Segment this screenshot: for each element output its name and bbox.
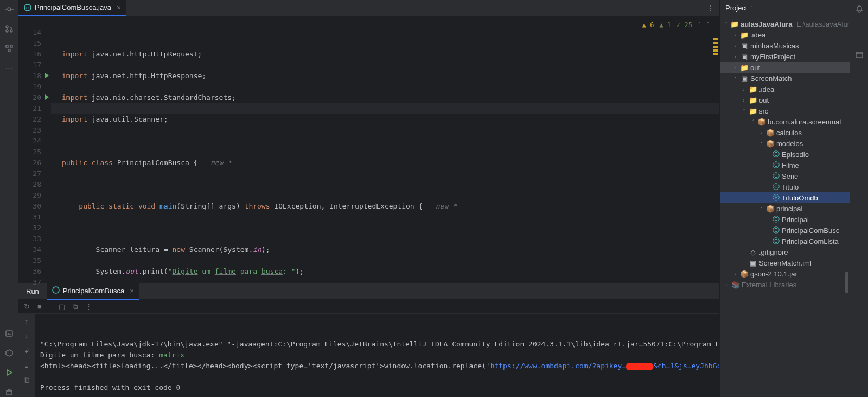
tree-item[interactable]: ›📁.idea bbox=[720, 29, 850, 40]
services-icon[interactable] bbox=[4, 348, 14, 358]
run-panel: Run PrincipalComBusca × ↻ ■ | ▢ ⧉ ⋮ ↑ ↓ … bbox=[18, 283, 719, 397]
project-tool-icon[interactable] bbox=[854, 50, 864, 60]
tree-item[interactable]: ˅📦modelos bbox=[720, 138, 850, 149]
tree-item[interactable]: ˅📁src bbox=[720, 105, 850, 116]
redacted-apikey bbox=[626, 363, 653, 370]
java-class-icon: C bbox=[24, 4, 31, 11]
run-tool-icon[interactable] bbox=[4, 368, 14, 377]
scroll-icon[interactable]: ⤓ bbox=[24, 361, 30, 369]
run-tabbar: Run PrincipalComBusca × bbox=[18, 283, 719, 300]
svg-marker-11 bbox=[7, 370, 12, 375]
editor[interactable]: 14 15 16 17 18 19 20 21 22 23 24 25 26 2… bbox=[18, 16, 719, 283]
project-header[interactable]: Project ˅ bbox=[720, 0, 850, 16]
tab-menu-icon[interactable]: ⋮ bbox=[701, 4, 719, 12]
run-side-toolbar: ↑ ↓ ↲ ⤓ 🗑 bbox=[18, 314, 35, 397]
project-panel: Project ˅ ˅📁aulasJavaAluraE:\aulasJavaAl… bbox=[719, 0, 850, 397]
svg-text:C: C bbox=[26, 5, 29, 10]
tree-item[interactable]: ⒸPrincipalComBusc bbox=[720, 225, 850, 236]
error-stripe[interactable] bbox=[713, 38, 718, 55]
tree-item[interactable]: ▣ScreenMatch.iml bbox=[720, 257, 850, 268]
editor-tab-label: PrincipalComBusca.java bbox=[35, 3, 111, 11]
more-icon[interactable]: ⋯ bbox=[4, 63, 14, 73]
project-tree[interactable]: ˅📁aulasJavaAluraE:\aulasJavaAlur ›📁.idea… bbox=[720, 16, 850, 397]
right-tool-rail bbox=[850, 0, 868, 397]
run-toolwindow-label[interactable]: Run bbox=[18, 287, 47, 295]
structure-icon[interactable] bbox=[4, 43, 14, 53]
svg-point-0 bbox=[8, 8, 11, 11]
tree-item[interactable]: ›▣myFirstProject bbox=[720, 51, 850, 62]
svg-marker-10 bbox=[6, 350, 12, 356]
trash-icon[interactable]: 🗑 bbox=[23, 376, 30, 384]
java-class-icon bbox=[52, 286, 60, 295]
stop-icon[interactable]: ■ bbox=[37, 303, 42, 311]
inspection-summary[interactable]: ▲ 6 ▲ 1 ✓ 25 ˄ ˅ bbox=[642, 20, 710, 30]
pull-request-icon[interactable] bbox=[4, 24, 14, 34]
tree-item[interactable]: ˅📦br.com.alura.screenmat bbox=[720, 116, 850, 127]
editor-tab[interactable]: C PrincipalComBusca.java × bbox=[18, 0, 126, 16]
tree-item[interactable]: ›📦calculos bbox=[720, 127, 850, 138]
svg-point-3 bbox=[6, 26, 8, 28]
notifications-icon[interactable] bbox=[854, 4, 864, 14]
layout-icon[interactable]: ▢ bbox=[59, 303, 65, 311]
editor-tabbar: C PrincipalComBusca.java × ⋮ bbox=[18, 0, 719, 16]
svg-point-4 bbox=[6, 30, 8, 32]
svg-point-15 bbox=[53, 287, 59, 293]
build-icon[interactable] bbox=[4, 387, 14, 397]
tree-item[interactable]: ⒸSerie bbox=[720, 171, 850, 181]
svg-rect-7 bbox=[10, 45, 12, 47]
tree-item[interactable]: ›▣minhasMusicas bbox=[720, 40, 850, 51]
tree-item[interactable]: ˅📦principal bbox=[720, 203, 850, 214]
tree-item[interactable]: ⒸPrincipalComLista bbox=[720, 236, 850, 247]
left-tool-rail: ⋯ bbox=[0, 0, 18, 397]
commit-icon[interactable] bbox=[4, 4, 14, 14]
main-column: C PrincipalComBusca.java × ⋮ 14 15 16 17… bbox=[18, 0, 719, 397]
tree-item[interactable]: ˅▣ScreenMatch bbox=[720, 73, 850, 84]
svg-rect-12 bbox=[7, 391, 12, 395]
tree-item[interactable]: ›📚External Libraries bbox=[720, 279, 850, 290]
up-icon[interactable]: ↑ bbox=[25, 317, 29, 325]
svg-rect-6 bbox=[6, 45, 8, 47]
tree-item[interactable]: ⒸPrincipal bbox=[720, 214, 850, 225]
close-icon[interactable]: × bbox=[117, 3, 121, 12]
down-icon[interactable]: ↓ bbox=[25, 332, 29, 340]
svg-rect-9 bbox=[6, 331, 12, 336]
wrap-icon[interactable]: ↲ bbox=[24, 346, 30, 355]
rerun-icon[interactable]: ↻ bbox=[24, 303, 30, 311]
run-gutter-icon[interactable] bbox=[45, 94, 49, 100]
filter-icon[interactable]: ⧉ bbox=[73, 303, 78, 311]
tree-item[interactable]: ›📦gson-2.10.1.jar bbox=[720, 268, 850, 279]
console-output[interactable]: "C:\Program Files\Java\jdk-17\bin\java.e… bbox=[35, 314, 719, 397]
scrollbar-thumb[interactable] bbox=[845, 272, 848, 293]
more-icon[interactable]: ⋮ bbox=[85, 303, 92, 311]
run-gutter-icon[interactable] bbox=[45, 73, 49, 78]
tree-item[interactable]: ⒸFilme bbox=[720, 160, 850, 171]
svg-rect-8 bbox=[8, 49, 10, 52]
tree-item[interactable]: ◇.gitignore bbox=[720, 247, 850, 257]
code-area[interactable]: import java.net.http.HttpRequest; import… bbox=[51, 16, 719, 283]
tree-item[interactable]: ⒸEpisodio bbox=[720, 149, 850, 160]
tree-root[interactable]: ˅📁aulasJavaAluraE:\aulasJavaAlur bbox=[720, 18, 850, 29]
tree-item[interactable]: ›📁out bbox=[720, 62, 850, 73]
svg-rect-16 bbox=[856, 52, 863, 58]
close-icon[interactable]: × bbox=[130, 287, 134, 295]
run-config-tab[interactable]: PrincipalComBusca × bbox=[47, 283, 139, 300]
run-toolbar: ↻ ■ | ▢ ⧉ ⋮ bbox=[18, 300, 719, 314]
gutter: 14 15 16 17 18 19 20 21 22 23 24 25 26 2… bbox=[18, 16, 51, 283]
tree-item[interactable]: ›📁.idea bbox=[720, 84, 850, 94]
tree-item-selected[interactable]: ⓇTituloOmdb bbox=[720, 192, 850, 203]
tree-item[interactable]: ›📁out bbox=[720, 94, 850, 105]
svg-point-5 bbox=[10, 30, 12, 32]
tree-item[interactable]: ⒸTitulo bbox=[720, 181, 850, 192]
terminal-icon[interactable] bbox=[4, 329, 14, 338]
